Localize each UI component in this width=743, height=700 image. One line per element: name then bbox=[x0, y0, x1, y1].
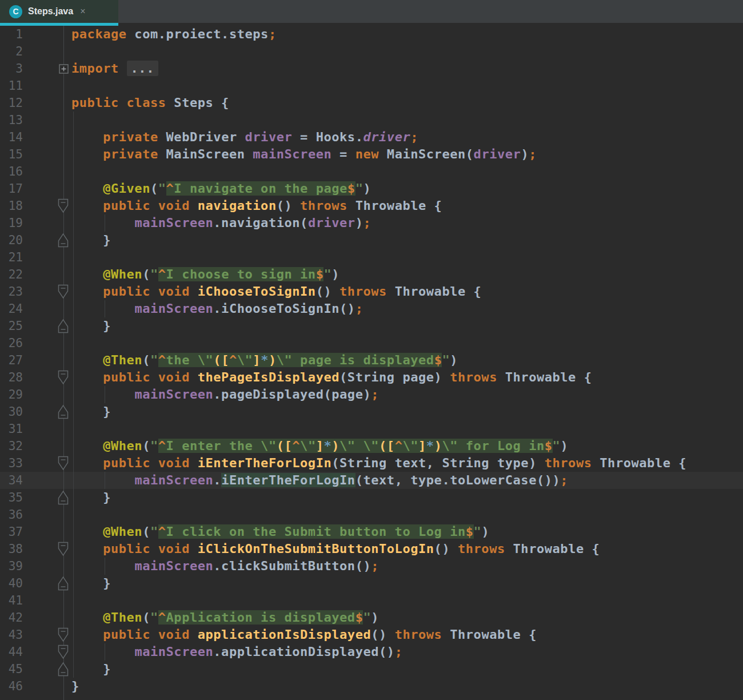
fold-up-icon[interactable] bbox=[58, 319, 69, 336]
line-number: 19 bbox=[0, 214, 23, 232]
code-line: 40 } bbox=[0, 575, 743, 592]
code-line: 18 public void navigation() throws Throw… bbox=[0, 197, 743, 214]
code-text: mainScreen.clickSubmitButton(); bbox=[71, 558, 379, 575]
code-line: 13 bbox=[0, 112, 743, 129]
line-number: 43 bbox=[0, 626, 23, 643]
code-line: 37 @When("^I click on the Submit button … bbox=[0, 523, 743, 540]
line-number: 22 bbox=[0, 266, 23, 283]
fold-up-icon[interactable] bbox=[58, 404, 69, 421]
line-number: 16 bbox=[0, 163, 23, 180]
line-number: 42 bbox=[0, 609, 23, 626]
code-line: 11 bbox=[0, 77, 743, 94]
code-text: mainScreen.pageDisplayed(page); bbox=[71, 386, 379, 403]
line-number: 38 bbox=[0, 540, 23, 558]
line-number: 20 bbox=[0, 232, 23, 249]
indent-guide bbox=[105, 300, 105, 317]
line-number: 46 bbox=[0, 678, 23, 695]
code-line: 24 mainScreen.iChooseToSignIn(); bbox=[0, 300, 743, 317]
code-text: @When("^I enter the \"([^\"]*)\" \"([^\"… bbox=[71, 438, 568, 455]
fold-up-icon[interactable] bbox=[58, 576, 69, 593]
code-text: public void iClickOnTheSubmitButtonToLog… bbox=[71, 540, 600, 558]
line-number: 32 bbox=[0, 438, 23, 455]
code-line: 23 public void iChooseToSignIn() throws … bbox=[0, 283, 743, 300]
code-text: @Given("^I navigate on the page$") bbox=[71, 180, 371, 197]
indent-guide bbox=[105, 386, 105, 403]
line-number: 31 bbox=[0, 420, 23, 438]
code-line: 44 mainScreen.applicationDisplayed(); bbox=[0, 643, 743, 661]
line-number: 13 bbox=[0, 112, 23, 129]
class-icon-letter: C bbox=[13, 7, 18, 16]
line-number: 28 bbox=[0, 369, 23, 386]
code-line: 30 } bbox=[0, 403, 743, 420]
code-line: 36 bbox=[0, 506, 743, 523]
code-line: 1package com.proiect.steps; bbox=[0, 26, 743, 43]
code-text: @When("^I choose to sign in$") bbox=[71, 266, 339, 283]
code-text: } bbox=[71, 661, 111, 678]
line-number: 29 bbox=[0, 386, 23, 403]
indent-guide bbox=[105, 472, 105, 489]
line-number: 1 bbox=[0, 26, 23, 43]
code-line: 28 public void thePageIsDisplayed(String… bbox=[0, 369, 743, 386]
code-line: 3import ... bbox=[0, 60, 743, 77]
fold-up-icon[interactable] bbox=[58, 233, 69, 250]
line-number: 14 bbox=[0, 129, 23, 146]
code-line: 17 @Given("^I navigate on the page$") bbox=[0, 180, 743, 197]
fold-down-icon[interactable] bbox=[58, 370, 69, 387]
line-number: 15 bbox=[0, 146, 23, 163]
close-icon[interactable]: × bbox=[80, 6, 85, 17]
code-line: 15 private MainScreen mainScreen = new M… bbox=[0, 146, 743, 163]
code-text: package com.proiect.steps; bbox=[71, 26, 277, 43]
code-text: } bbox=[71, 678, 79, 695]
code-line: 14 private WebDriver driver = Hooks.driv… bbox=[0, 129, 743, 146]
code-line: 33 public void iEnterTheForLogIn(String … bbox=[0, 455, 743, 472]
code-line: 20 } bbox=[0, 232, 743, 249]
fold-down-icon[interactable] bbox=[58, 456, 69, 473]
code-text: public void iChooseToSignIn() throws Thr… bbox=[71, 283, 481, 300]
code-line: 2 bbox=[0, 43, 743, 60]
code-text: @Then("^the \"([^\"]*)\" page is display… bbox=[71, 352, 458, 369]
code-lines: 1package com.proiect.steps;23import ...1… bbox=[0, 26, 743, 695]
line-number: 37 bbox=[0, 523, 23, 540]
code-text: private MainScreen mainScreen = new Main… bbox=[71, 146, 537, 163]
code-text: public void applicationIsDisplayed() thr… bbox=[71, 626, 537, 643]
code-line: 38 public void iClickOnTheSubmitButtonTo… bbox=[0, 540, 743, 558]
tab-steps-java[interactable]: C Steps.java × bbox=[0, 0, 118, 26]
code-line: 43 public void applicationIsDisplayed() … bbox=[0, 626, 743, 643]
fold-up-icon[interactable] bbox=[58, 662, 69, 679]
code-line: 27 @Then("^the \"([^\"]*)\" page is disp… bbox=[0, 352, 743, 369]
code-line: 45 } bbox=[0, 661, 743, 678]
line-number: 3 bbox=[0, 60, 23, 77]
line-number: 18 bbox=[0, 197, 23, 214]
fold-down-icon[interactable] bbox=[58, 198, 69, 216]
line-number: 11 bbox=[0, 77, 23, 94]
line-number: 36 bbox=[0, 506, 23, 523]
line-number: 35 bbox=[0, 489, 23, 506]
code-text: mainScreen.applicationDisplayed(); bbox=[71, 643, 402, 661]
gutter-separator bbox=[63, 26, 64, 700]
line-number: 45 bbox=[0, 661, 23, 678]
fold-up-icon[interactable] bbox=[58, 490, 69, 507]
fold-down-icon[interactable] bbox=[58, 542, 69, 559]
code-editor[interactable]: 1package com.proiect.steps;23import ...1… bbox=[0, 26, 743, 700]
fold-down-icon[interactable] bbox=[58, 284, 69, 301]
code-text: public class Steps { bbox=[71, 94, 229, 112]
line-number: 25 bbox=[0, 317, 23, 335]
code-text: @When("^I click on the Submit button to … bbox=[71, 523, 489, 540]
code-text: mainScreen.iEnterTheForLogIn(text, type.… bbox=[71, 472, 568, 489]
code-line: 22 @When("^I choose to sign in$") bbox=[0, 266, 743, 283]
line-number: 12 bbox=[0, 94, 23, 112]
line-number: 2 bbox=[0, 43, 23, 60]
java-class-icon: C bbox=[9, 5, 22, 18]
code-line: 35 } bbox=[0, 489, 743, 506]
fold-down-icon[interactable] bbox=[58, 627, 69, 645]
line-number: 33 bbox=[0, 455, 23, 472]
fold-down-icon[interactable] bbox=[58, 645, 69, 662]
code-line: 39 mainScreen.clickSubmitButton(); bbox=[0, 558, 743, 575]
code-text: private WebDriver driver = Hooks.driver; bbox=[71, 129, 418, 146]
code-line: 31 bbox=[0, 420, 743, 438]
code-line: 42 @Then("^Application is displayed$") bbox=[0, 609, 743, 626]
code-line: 26 bbox=[0, 335, 743, 352]
code-text: } bbox=[71, 489, 111, 506]
line-number: 34 bbox=[0, 472, 23, 489]
fold-expand-icon[interactable] bbox=[59, 64, 69, 76]
